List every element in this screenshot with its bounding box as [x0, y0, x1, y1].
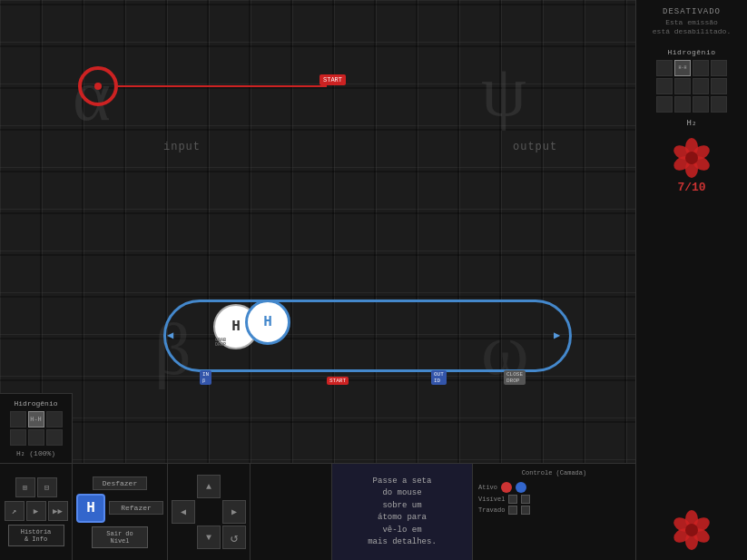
arrow-up[interactable]: ▲ [197, 475, 221, 498]
icon-btn-1[interactable]: ⊞ [15, 477, 35, 497]
ativo-dot-blue[interactable] [516, 482, 526, 493]
mol-cell-r3-3 [693, 96, 709, 113]
h-redo-row: H Refazer [76, 494, 163, 523]
psi-symbol: ψ [481, 50, 526, 133]
mol-cell-r2-4 [711, 78, 727, 94]
start-badge-bottom: START [327, 377, 349, 385]
input-node[interactable] [78, 66, 118, 106]
hm-cell-6 [46, 429, 63, 446]
molecule-grid-right: H-H [656, 60, 727, 113]
close-badge: CLOSEDROP [504, 370, 526, 385]
atom-badge-left: GRABDROP [215, 339, 226, 348]
hm-cell-3 [46, 411, 63, 427]
right-panel: DESATIVADO Esta emissão está desabilitad… [635, 0, 747, 560]
mol-cell-r2-2 [674, 78, 691, 94]
arrow-right[interactable]: ▶ [222, 500, 246, 524]
hydro-mini-grid: H-H [4, 411, 68, 446]
undo-redo-section: Desfazer H Refazer Sair do Nível [73, 464, 168, 560]
rotate-button[interactable]: ↺ [222, 526, 246, 549]
icon-strip-top: ⊞ ⊟ [15, 477, 57, 497]
arrow-tr [222, 475, 246, 498]
ativo-label: Ativo [478, 484, 497, 491]
visivel-checkbox-2[interactable] [521, 495, 530, 504]
hm-cell-hh: H-H [28, 411, 44, 427]
undo-redo-row: Desfazer [93, 476, 147, 490]
arrow-left[interactable]: ◀ [172, 500, 195, 524]
circuit-arrow-left: ◀ [167, 329, 173, 342]
mol-cell-r1 [656, 60, 673, 76]
atom-h-blue[interactable]: H [245, 300, 290, 345]
mol-cell-r3 [693, 60, 709, 76]
mol-cell-r3-4 [711, 96, 727, 113]
hm-cell-5 [28, 429, 44, 446]
disabled-label: DESATIVADO [663, 7, 721, 16]
ff-btn[interactable]: ▶▶ [48, 501, 68, 521]
mol-cell-hh: H-H [674, 60, 691, 76]
hm-cell-4 [10, 429, 26, 446]
redo-button[interactable]: Refazer [109, 501, 163, 515]
circuit-arrow-right: ▶ [554, 329, 560, 342]
cursor-btn[interactable]: ↗ [5, 501, 25, 521]
arrow-grid: ▲ ◀ ▶ ▼ ↺ [172, 475, 246, 549]
hydrogen-label-right: Hidrogênio [667, 48, 715, 56]
h2-percent: H₂ (100%) [4, 449, 68, 457]
info-box: Passe a seta do mouse sobre um átomo par… [331, 463, 472, 560]
travado-checkbox[interactable] [508, 506, 517, 515]
arrow-controls: ▲ ◀ ▶ ▼ ↺ [168, 464, 251, 560]
control-panel: Controle (Camada) Ativo Visível Travado [472, 463, 635, 560]
control-title: Controle (Camada) [478, 469, 630, 476]
mol-cell-r2-1 [656, 78, 673, 94]
bottom-left-controls: ⊞ ⊟ ↗ ▶ ▶▶ História & Info [0, 464, 73, 560]
svg-point-6 [685, 152, 698, 164]
circuit-container: ◀ ▶ H GRABDROP H INβ START OUTID CLOSEDR… [154, 290, 581, 390]
ativo-dot-red[interactable] [501, 482, 512, 493]
score-text: 7/10 [677, 181, 705, 194]
start-badge-top: START [319, 74, 346, 85]
icon-btn-2[interactable]: ⊟ [37, 477, 57, 497]
output-label: output [513, 141, 557, 153]
arrow-down[interactable]: ▼ [197, 526, 221, 549]
exit-button[interactable]: Sair do Nível [92, 526, 148, 548]
mol-cell-r3-1 [656, 96, 673, 113]
h-element-button[interactable]: H [76, 494, 105, 523]
play-strip: ↗ ▶ ▶▶ [5, 501, 68, 521]
travado-label: Travado [478, 506, 505, 514]
input-label: input [163, 141, 201, 153]
visivel-label: Visível [478, 496, 505, 503]
mol-cell-r4 [711, 60, 727, 76]
visivel-checkbox[interactable] [508, 495, 517, 504]
disabled-text: Esta emissão está desabilitado. [653, 18, 731, 37]
mol-cell-r2-3 [693, 78, 709, 94]
flower-icon-stats [669, 507, 714, 553]
hydro-mini-panel: Hidrogênio H-H H₂ (100%) [0, 393, 73, 463]
svg-point-13 [685, 524, 698, 536]
mol-cell-r3-2 [674, 96, 691, 113]
hydro-mini-label: Hidrogênio [4, 399, 68, 408]
in-badge: INβ [200, 370, 211, 385]
control-row-ativo: Ativo [478, 482, 630, 493]
arrow-tl [172, 475, 195, 498]
input-line [118, 85, 327, 87]
control-row-visivel: Visível [478, 495, 630, 504]
play-btn[interactable]: ▶ [26, 501, 46, 521]
arrow-bl [172, 526, 195, 549]
hm-cell-1 [10, 411, 26, 427]
info-text: Passe a seta do mouse sobre um átomo par… [368, 476, 437, 549]
undo-button[interactable]: Desfazer [93, 476, 147, 490]
arrow-center [197, 500, 221, 524]
history-button[interactable]: História & Info [8, 525, 64, 546]
out-id-badge: OUTID [431, 370, 447, 385]
flower-icon-right [669, 135, 714, 181]
travado-checkbox-2[interactable] [521, 506, 530, 515]
control-row-travado: Travado [478, 506, 630, 515]
h2-label-right: H₂ [687, 118, 697, 128]
